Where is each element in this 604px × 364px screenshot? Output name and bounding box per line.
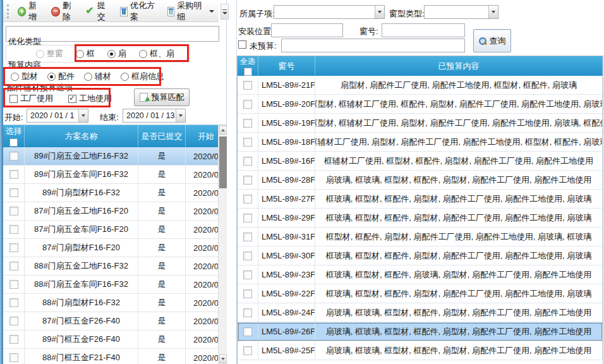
radio-框扇信息[interactable]: 框扇信息	[121, 71, 164, 82]
window-type-dropdown-icon[interactable]	[488, 6, 498, 18]
row-checkbox[interactable]	[9, 317, 18, 325]
row-checkbox[interactable]	[243, 81, 252, 90]
row-checkbox[interactable]	[9, 188, 18, 197]
row-checkbox[interactable]	[9, 225, 18, 234]
window-budget-content-cell: 扇玻璃, 框玻璃, 框型材, 框配件, 扇型材, 扇配件工厂使用, 扇配件工地使…	[315, 322, 603, 341]
toolbar-item-label: 优化方案	[130, 0, 159, 23]
start-date-dropdown-icon[interactable]	[78, 109, 88, 122]
row-checkbox[interactable]	[243, 100, 252, 109]
window-row[interactable]: LM5L-89#-18F16框辅材工厂使用, 扇型材, 扇配件工厂使用, 扇配件…	[238, 133, 603, 152]
radio-型材[interactable]: 型材	[11, 71, 38, 82]
plan-row[interactable]: 89#门扇五金工地F16-F32是2020/0	[3, 147, 227, 166]
window-row[interactable]: LM5L-89#-20F18框型材, 框辅材工厂使用, 框配件, 扇型材, 扇配…	[238, 95, 603, 114]
row-checkbox[interactable]	[9, 152, 18, 161]
no-budget-checkbox[interactable]	[238, 40, 246, 49]
plan-row[interactable]: 88#门框五金F21-F40是2020/0	[3, 349, 227, 364]
row-checkbox[interactable]	[243, 138, 252, 147]
plan-row[interactable]: 89#门扇五金车间F16-F32是2020/0	[3, 166, 227, 184]
toolbar-overflow-button[interactable]	[220, 4, 229, 20]
window-row[interactable]: LM5L-89#-27F25框玻璃, 框型材, 框配件, 扇型材, 扇配件工厂使…	[238, 190, 603, 209]
window-budget-content-cell: 框玻璃, 框型材, 框配件, 扇型材, 扇配件工厂使用, 扇配件工地使用, 扇玻…	[315, 246, 603, 265]
checkbox-工厂使用[interactable]: 工厂使用	[9, 93, 53, 104]
end-date-picker[interactable]: 2020 / 01 / 13	[123, 109, 186, 123]
window-row[interactable]: LM5L-89#-26F24扇玻璃, 框玻璃, 框型材, 框配件, 扇型材, 扇…	[238, 322, 603, 341]
radio-label: 型材	[21, 71, 38, 82]
window-row[interactable]: LM5L-89#-16F15框辅材工厂使用, 框型材, 框配件, 扇型材, 扇配…	[238, 152, 603, 171]
plan-header-select-label: 选择	[6, 126, 22, 137]
window-budget-content-cell: 框玻璃, 框型材, 框配件, 扇型材, 扇配件工厂使用, 扇配件工地使用, 扇玻…	[315, 209, 603, 227]
row-checkbox[interactable]	[243, 119, 252, 128]
window-row[interactable]: LM5L-89#-25F23扇玻璃, 框玻璃, 框型材, 框配件, 扇型材, 扇…	[238, 341, 603, 360]
plan-row[interactable]: 89#门扇型材F16-F32是2020/0	[3, 184, 227, 202]
purchase-detail-button[interactable]: 采购明细	[163, 0, 219, 25]
radio-icon	[76, 50, 84, 58]
plan-name-cell: 88#门扇五金工地F16-F32	[25, 257, 138, 275]
sub-item-dropdown-icon[interactable]	[375, 6, 384, 18]
end-date-dropdown-icon[interactable]	[176, 109, 185, 122]
row-checkbox[interactable]	[9, 280, 18, 289]
row-checkbox[interactable]	[9, 207, 18, 215]
sub-item-select[interactable]	[274, 5, 385, 19]
window-type-select[interactable]	[424, 5, 498, 19]
plan-row[interactable]: 87#门框五金F26-F40是2020/0	[3, 312, 227, 331]
start-date-picker[interactable]: 2020 / 01 / 1	[27, 109, 88, 123]
radio-辅材[interactable]: 辅材	[84, 71, 111, 82]
row-checkbox[interactable]	[9, 335, 18, 344]
row-checkbox[interactable]	[243, 289, 252, 298]
window-row[interactable]: LM5L-89#-30F28框玻璃, 框型材, 框配件, 扇型材, 扇配件工厂使…	[238, 246, 603, 265]
scroll-down-icon[interactable]	[219, 355, 227, 363]
row-checkbox[interactable]	[243, 214, 252, 222]
row-checkbox[interactable]	[243, 195, 252, 203]
scrollbar-thumb[interactable]	[219, 136, 227, 188]
plan-row[interactable]: 87#门扇型材F16-F20是2020/0	[3, 239, 227, 257]
row-checkbox[interactable]	[243, 327, 252, 336]
plan-row[interactable]: 87#门扇五金工地F16-F20是2020/0	[3, 202, 227, 221]
radio-label: 整窗	[47, 48, 63, 59]
plan-row[interactable]: 88#门扇五金工地F16-F32是2020/0	[3, 257, 227, 276]
radio-配件[interactable]: 配件	[47, 71, 75, 82]
window-row[interactable]: LM5L-89#-31F29框型材, 框配件, 扇型材, 扇配件工厂使用, 扇配…	[238, 228, 603, 246]
window-row[interactable]: LM5L-89#-22F20框玻璃, 框型材, 框配件, 扇型材, 扇配件工厂使…	[238, 284, 603, 303]
row-checkbox[interactable]	[9, 243, 18, 252]
delete-button[interactable]: 删除	[47, 0, 81, 25]
radio-label: 扇	[118, 48, 126, 59]
row-checkbox[interactable]	[9, 262, 18, 270]
scroll-up-icon[interactable]	[219, 126, 227, 135]
row-checkbox[interactable]	[243, 176, 252, 185]
radio-扇[interactable]: 扇	[107, 48, 126, 59]
query-button[interactable]: 查询	[473, 29, 511, 52]
window-no-input[interactable]	[382, 23, 465, 37]
row-checkbox[interactable]	[243, 252, 252, 260]
select-all-windows-checkbox[interactable]	[244, 68, 252, 76]
optimize-plan-button[interactable]: 优化方案	[116, 0, 163, 25]
row-checkbox[interactable]	[9, 353, 18, 362]
window-row[interactable]: LM5L-89#-19F17框型材, 框辅材工厂使用, 扇型材, 扇配件工厂使用…	[238, 114, 603, 133]
budget-match-button[interactable]: 预算匹配	[134, 88, 190, 106]
window-row[interactable]: LM5L-89#-24F22扇玻璃, 框玻璃, 框型材, 框配件, 扇型材, 扇…	[238, 303, 603, 322]
window-row[interactable]: LM5L-89#-21F19扇型材, 扇配件工厂使用, 扇配件工地使用, 框型材…	[238, 76, 603, 95]
window-row[interactable]: LM5L-89#-28F26扇玻璃, 框玻璃, 框型材, 框配件, 扇型材, 扇…	[238, 171, 603, 190]
plan-row[interactable]: 87#门扇五金车间F16-F20是2020/0	[3, 221, 227, 239]
radio-框、扇[interactable]: 框、扇	[139, 48, 174, 59]
row-checkbox[interactable]	[243, 346, 252, 355]
no-budget-input[interactable]	[281, 39, 465, 52]
row-checkbox[interactable]	[243, 233, 252, 241]
radio-框[interactable]: 框	[76, 48, 95, 59]
row-checkbox[interactable]	[243, 308, 252, 317]
install-position-input[interactable]	[271, 23, 343, 37]
submit-button[interactable]: 提交	[81, 0, 116, 25]
window-row[interactable]: LM5L-89#-29F27框玻璃, 框型材, 框配件, 扇型材, 扇配件工厂使…	[238, 209, 603, 228]
row-checkbox[interactable]	[9, 170, 18, 179]
row-checkbox[interactable]	[243, 157, 252, 166]
checkbox-工地使用[interactable]: 工地使用	[68, 93, 112, 104]
plan-row[interactable]: 88#门扇五金车间F16-F32是2020/0	[3, 276, 227, 294]
plan-table-scrollbar[interactable]	[218, 125, 227, 364]
add-button[interactable]: 新增	[13, 0, 47, 25]
plan-row[interactable]: 89#门框五金F26-F40是2020/0	[3, 331, 227, 349]
window-row[interactable]: LM5L-89#-23F21框玻璃, 框型材, 框配件, 扇玻璃, 扇型材, 扇…	[238, 265, 603, 284]
toolbar-grip-handle[interactable]	[7, 4, 9, 18]
row-checkbox[interactable]	[243, 270, 252, 279]
plan-row[interactable]: 88#门扇型材F16-F32是2020/0	[3, 294, 227, 312]
row-checkbox[interactable]	[9, 298, 18, 307]
select-all-plans-checkbox[interactable]	[9, 138, 18, 147]
